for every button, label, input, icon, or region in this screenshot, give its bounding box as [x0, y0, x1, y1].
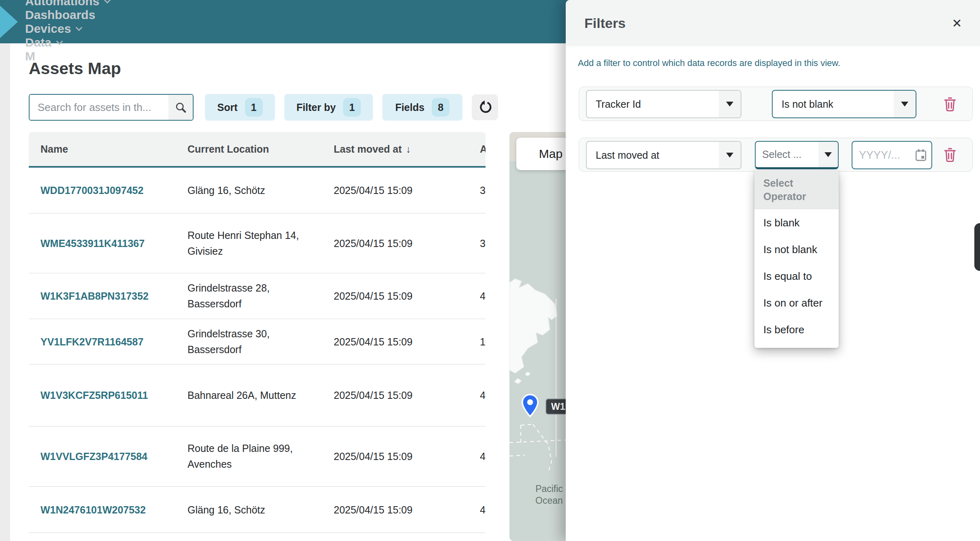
- search-box: [29, 94, 194, 121]
- table-row[interactable]: W1N2476101W207532 Gläng 16, Schötz 2025/…: [29, 487, 486, 533]
- table-row[interactable]: W1K3F1AB8PN317352 Grindelstrasse 28, Bas…: [29, 273, 486, 319]
- asset-last-moved: 2025/04/15 15:09: [334, 388, 413, 403]
- select-arrow-icon: [726, 153, 733, 158]
- table-row[interactable]: W1V3KCFZ5RP615011 Bahnareal 26A, Muttenz…: [29, 364, 486, 426]
- asset-last-moved: 2025/04/15 15:09: [334, 449, 413, 464]
- nav-item[interactable]: Automations: [25, 0, 110, 8]
- filter-row-2: Last moved at Select ...: [579, 138, 973, 172]
- nav-item[interactable]: Dashboards: [25, 8, 110, 22]
- select-arrow-icon: [824, 152, 832, 157]
- chevron-down-icon: [56, 38, 63, 45]
- close-button[interactable]: ✕: [947, 13, 967, 33]
- dropdown-option[interactable]: Is equal to: [754, 263, 839, 290]
- sort-count-badge: 1: [245, 98, 263, 117]
- asset-last-moved: 2025/04/15 15:09: [334, 288, 413, 304]
- filter-row-1: Tracker Id Is not blank: [579, 87, 973, 121]
- nav-item[interactable]: Data: [25, 36, 110, 49]
- refresh-icon: [478, 100, 492, 115]
- fields-button[interactable]: Fields 8: [382, 94, 462, 121]
- asset-last-moved: 2025/04/15 15:09: [334, 235, 413, 251]
- asset-last-moved: 2025/04/15 15:09: [334, 334, 413, 349]
- asset-location: Gläng 16, Schötz: [187, 502, 321, 518]
- asset-extra-clipped: 3: [480, 235, 486, 251]
- filter2-date-field: [852, 141, 932, 169]
- scrollbar-thumb[interactable]: [974, 223, 980, 271]
- table-row[interactable]: WDD1770031J097452 Gläng 16, Schötz 2025/…: [29, 168, 486, 213]
- filter2-field-select[interactable]: Last moved at: [586, 141, 741, 169]
- dropdown-option[interactable]: Is not blank: [754, 236, 839, 263]
- asset-location: Grindelstrasse 30, Bassersdorf: [187, 326, 321, 358]
- search-input[interactable]: [30, 95, 168, 120]
- trash-icon: [943, 147, 957, 162]
- asset-last-moved: 2025/04/15 15:09: [334, 502, 413, 518]
- assets-table: Name Current Location Last moved at ↓ A …: [29, 132, 486, 541]
- chevron-down-icon: [76, 24, 83, 31]
- calendar-icon: [914, 148, 927, 162]
- left-gutter: [0, 43, 10, 541]
- asset-name-link[interactable]: WDD1770031J097452: [40, 183, 182, 198]
- asset-location: Route de la Plaine 999, Avenches: [187, 441, 321, 472]
- map-pin-icon: [520, 394, 540, 418]
- asset-extra-clipped: 4: [480, 449, 486, 464]
- asset-extra-clipped: 4: [480, 288, 486, 304]
- asset-location: Bahnareal 26A, Muttenz: [187, 388, 321, 403]
- filter1-delete-button[interactable]: [940, 94, 960, 114]
- asset-extra-clipped: 1.: [480, 334, 486, 349]
- asset-location: Gläng 16, Schötz: [187, 183, 321, 198]
- nav-arrow-decor-icon: [0, 6, 18, 38]
- asset-name-link[interactable]: W1N2476101W207532: [40, 502, 182, 518]
- sort-button[interactable]: Sort 1: [205, 94, 275, 121]
- asset-last-moved: 2025/04/15 15:09: [334, 183, 413, 198]
- filter1-operator-select[interactable]: Is not blank: [772, 90, 916, 118]
- asset-extra-clipped: 4: [480, 502, 486, 518]
- asset-name-link[interactable]: YV1LFK2V7R1164587: [40, 334, 182, 349]
- filter-count-badge: 1: [343, 98, 361, 117]
- column-header-name[interactable]: Name: [40, 132, 68, 166]
- filter2-delete-button[interactable]: [940, 145, 960, 164]
- column-header-clipped[interactable]: A: [480, 132, 486, 166]
- dropdown-option[interactable]: Is blank: [754, 209, 839, 236]
- dropdown-header: Select Operator: [754, 170, 839, 209]
- filters-title: Filters: [584, 15, 626, 31]
- filter2-operator-select[interactable]: Select ...: [755, 141, 839, 169]
- select-arrow-icon: [901, 102, 908, 106]
- search-icon: [175, 101, 187, 113]
- table-row[interactable]: W1VVLGFZ3P4177584 Route de la Plaine 999…: [29, 426, 486, 487]
- filter2-date-input[interactable]: [852, 149, 905, 162]
- sort-desc-icon: ↓: [406, 143, 411, 155]
- table-row[interactable]: WME4533911K411367 Route Henri Stephan 14…: [29, 213, 486, 273]
- asset-extra-clipped: 4: [480, 388, 486, 403]
- operator-dropdown-menu: Select Operator Is blank Is not blank Is…: [754, 170, 839, 348]
- filters-header: Filters ✕: [566, 0, 980, 46]
- asset-name-link[interactable]: W1K3F1AB8PN317352: [40, 288, 182, 304]
- close-icon: ✕: [952, 16, 962, 30]
- filters-helper-text: Add a filter to control which data recor…: [578, 58, 840, 68]
- select-arrow-icon: [726, 102, 733, 106]
- map-pin[interactable]: [520, 394, 540, 420]
- fields-count-badge: 8: [432, 98, 450, 117]
- column-header-last-moved[interactable]: Last moved at ↓: [334, 132, 411, 166]
- filter-by-button[interactable]: Filter by 1: [284, 94, 373, 121]
- asset-location: Route Henri Stephan 14, Givisiez: [187, 228, 321, 259]
- asset-name-link[interactable]: W1V3KCFZ5RP615011: [40, 388, 182, 403]
- asset-extra-clipped: 3: [480, 183, 486, 198]
- search-button[interactable]: [168, 95, 193, 120]
- nav-item[interactable]: Devices: [25, 22, 110, 36]
- map-ocean-label: Pacific Ocean: [526, 483, 572, 507]
- nav-item[interactable]: M: [25, 49, 110, 63]
- column-header-location[interactable]: Current Location: [187, 132, 269, 166]
- table-header-row: Name Current Location Last moved at ↓ A: [29, 132, 486, 166]
- calendar-button[interactable]: [914, 148, 927, 162]
- asset-name-link[interactable]: W1VVLGFZ3P4177584: [40, 449, 182, 464]
- refresh-button[interactable]: [472, 94, 498, 120]
- chevron-down-icon: [104, 0, 111, 3]
- filter1-field-select[interactable]: Tracker Id: [586, 90, 741, 118]
- asset-name-link[interactable]: WME4533911K411367: [40, 235, 182, 251]
- trash-icon: [943, 96, 957, 112]
- table-row[interactable]: YV1LFK2V7R1164587 Grindelstrasse 30, Bas…: [29, 319, 486, 364]
- asset-location: Grindelstrasse 28, Bassersdorf: [187, 280, 321, 312]
- filters-panel: Filters ✕ Add a filter to control which …: [566, 0, 980, 541]
- dropdown-option[interactable]: Is before: [754, 316, 839, 343]
- dropdown-option[interactable]: Is on or after: [754, 290, 839, 316]
